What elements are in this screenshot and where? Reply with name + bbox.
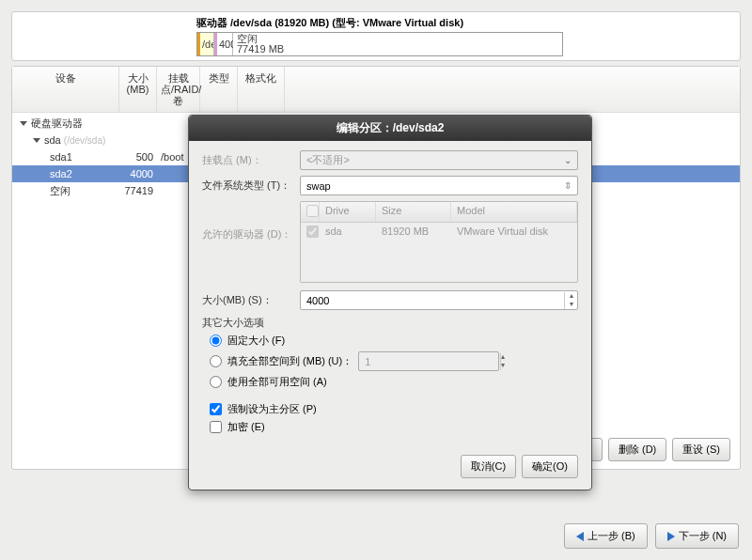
th-type[interactable]: 类型: [200, 67, 238, 112]
mount-label: 挂载点 (M)：: [202, 153, 300, 167]
usage-seg-free: 空闲77419 MB: [233, 33, 562, 55]
dialog-title: 编辑分区：/dev/sda2: [189, 116, 591, 141]
driver-usage-bar: /dev 400 空闲77419 MB: [196, 32, 563, 56]
drive-row: sda 81920 MB VMware Virtual disk: [301, 223, 577, 242]
driver-label: 驱动器 /dev/sda (81920 MB) (型号: VMware Virt…: [18, 16, 734, 30]
th-format[interactable]: 格式化: [238, 67, 285, 112]
size-input[interactable]: [301, 295, 564, 306]
driver-summary: 驱动器 /dev/sda (81920 MB) (型号: VMware Virt…: [11, 11, 741, 61]
drive-all-checkbox: [306, 205, 319, 217]
radio-fillto-input[interactable]: [210, 355, 222, 367]
drive-list: Drive Size Model sda 81920 MB VMware Vir…: [300, 201, 578, 283]
ok-button[interactable]: 确定(O): [522, 455, 578, 478]
fillto-spinner: ▴▾: [358, 351, 499, 371]
size-label: 大小(MB) (S)：: [202, 293, 300, 307]
delete-button[interactable]: 删除 (D): [608, 438, 666, 461]
cancel-button[interactable]: 取消(C): [461, 455, 516, 478]
spin-down-icon[interactable]: ▾: [565, 301, 577, 309]
check-primary[interactable]: 强制设为主分区 (P): [210, 402, 578, 416]
drive-checkbox: [306, 226, 319, 238]
radio-fillto-label: 填充全部空间到 (MB) (U)：: [227, 354, 352, 368]
size-spinner[interactable]: ▴▾: [300, 290, 578, 310]
fillto-input: [359, 356, 500, 367]
th-device[interactable]: 设备: [12, 67, 119, 112]
back-button[interactable]: 上一步 (B): [564, 523, 648, 549]
usage-seg-swap: 400: [214, 33, 233, 55]
primary-checkbox[interactable]: [210, 403, 222, 415]
usage-seg-boot: /dev: [197, 33, 214, 55]
encrypt-checkbox[interactable]: [210, 421, 222, 433]
th-size[interactable]: 大小(MB): [119, 67, 157, 112]
radio-fixed-input[interactable]: [210, 334, 222, 347]
radio-useall-input[interactable]: [210, 376, 222, 388]
edit-partition-dialog: 编辑分区：/dev/sda2 挂载点 (M)： <不适用>⌄ 文件系统类型 (T…: [188, 115, 592, 490]
chevron-down-icon: ⌄: [564, 155, 572, 165]
radio-fixed[interactable]: 固定大小 (F): [210, 334, 578, 348]
fs-combo[interactable]: swap⇳: [300, 176, 578, 195]
arrow-left-icon: [576, 532, 584, 541]
arrow-right-icon: [667, 532, 675, 541]
expand-icon[interactable]: [33, 138, 40, 143]
table-header: 设备 大小(MB) 挂载点/RAID/卷 类型 格式化: [12, 67, 740, 113]
expand-icon[interactable]: [20, 121, 27, 126]
wizard-nav: 上一步 (B) 下一步 (N): [564, 523, 739, 549]
updown-icon: ⇳: [564, 180, 572, 191]
check-encrypt[interactable]: 加密 (E): [210, 420, 578, 434]
other-size-label: 其它大小选项: [202, 316, 578, 330]
radio-useall[interactable]: 使用全部可用空间 (A): [210, 375, 578, 389]
th-mount[interactable]: 挂载点/RAID/卷: [157, 67, 200, 112]
reset-button[interactable]: 重设 (S): [672, 438, 730, 461]
next-button[interactable]: 下一步 (N): [655, 523, 739, 549]
fs-label: 文件系统类型 (T)：: [202, 179, 300, 193]
mount-combo: <不适用>⌄: [300, 150, 578, 170]
drive-label: 允许的驱动器 (D)：: [202, 201, 300, 241]
